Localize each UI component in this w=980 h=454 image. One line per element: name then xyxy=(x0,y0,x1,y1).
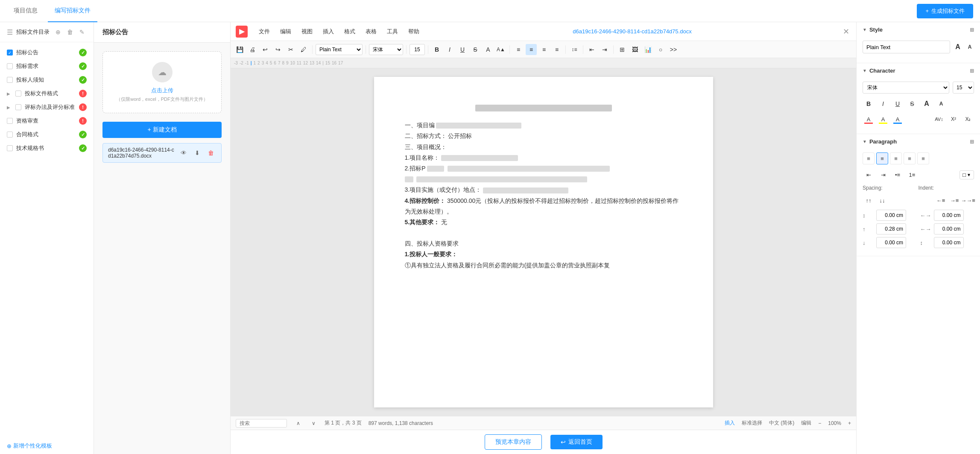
line-spacing-btn[interactable]: ↕≡ xyxy=(569,44,580,55)
editor-content-area[interactable]: 一、项目编 二、招标方式： 公开招标 三、项目概况： 1.项目名称： 2.招标P xyxy=(231,68,856,416)
indent-increase-rp-btn[interactable]: ⇥ xyxy=(877,169,889,181)
align-justify-btn[interactable]: ≡ xyxy=(551,44,562,55)
bold-btn[interactable]: B xyxy=(431,44,442,55)
align-center-rp-btn[interactable]: ≡ xyxy=(876,152,888,164)
spacing-increase-btn[interactable]: ↑↑ xyxy=(863,194,875,206)
align-right-btn[interactable]: ≡ xyxy=(538,44,550,55)
sidebar-item-qualification[interactable]: 资格审查 ! xyxy=(0,114,94,128)
checkbox-tech-spec[interactable] xyxy=(7,145,13,151)
menu-edit[interactable]: 编辑 xyxy=(276,26,295,37)
rp-character-header[interactable]: ▼ Character ⊞ xyxy=(857,63,980,78)
scissors-btn[interactable]: ✂ xyxy=(285,44,296,55)
table-btn[interactable]: ⊞ xyxy=(617,44,628,55)
list-bullet-rp-btn[interactable]: •≡ xyxy=(892,169,904,181)
image-btn[interactable]: 🖼 xyxy=(629,44,641,55)
indent-decrease-btn[interactable]: ⇤ xyxy=(586,44,597,55)
generate-btn[interactable]: + 生成招标文件 xyxy=(917,4,973,18)
paragraph-section-icon[interactable]: ⊞ xyxy=(970,139,974,145)
more-btn[interactable]: >> xyxy=(668,44,679,55)
align-justify2-rp-btn[interactable]: ≡ xyxy=(917,152,929,164)
style-size-decrease-btn[interactable]: A xyxy=(954,41,962,53)
checkbox-contract[interactable] xyxy=(7,132,13,138)
menu-view[interactable]: 视图 xyxy=(297,26,317,37)
strikethrough-btn[interactable]: S xyxy=(470,44,481,55)
sidebar-item-bidder-notice[interactable]: 投标人须知 ✓ xyxy=(0,73,94,87)
italic-btn[interactable]: I xyxy=(444,44,455,55)
character-section-icon[interactable]: ⊞ xyxy=(970,68,974,74)
style-dropdown[interactable]: Plain Text xyxy=(863,41,950,53)
highlight-btn[interactable]: A▲ xyxy=(495,44,506,55)
sidebar-item-contract[interactable]: 合同格式 ✓ xyxy=(0,128,94,141)
menu-file[interactable]: 文件 xyxy=(255,26,274,37)
expand-arrow-eval[interactable]: ▶ xyxy=(7,105,14,110)
expand-arrow-doc-format[interactable]: ▶ xyxy=(7,91,14,96)
indent-right-input[interactable] xyxy=(934,223,964,234)
selection-btn[interactable]: 标准选择 xyxy=(742,419,762,427)
sidebar-item-tech-spec[interactable]: 技术规格书 ✓ xyxy=(0,141,94,155)
style-section-icon[interactable]: ⊞ xyxy=(970,27,974,33)
checkbox-notice[interactable]: ✓ xyxy=(7,50,13,56)
shape-btn[interactable]: ○ xyxy=(655,44,666,55)
rp-font-select[interactable]: 宋体 xyxy=(863,82,949,94)
chart-btn[interactable]: 📊 xyxy=(642,44,653,55)
indent-left-btn[interactable]: ←≡ xyxy=(935,194,947,206)
editor-close-btn[interactable]: ✕ xyxy=(841,26,851,37)
style-size-increase-btn[interactable]: A xyxy=(965,41,974,53)
search-prev-btn[interactable]: ∧ xyxy=(294,419,302,428)
menu-tools[interactable]: 工具 xyxy=(383,26,402,37)
add-template-btn[interactable]: ⊕ 新增个性化模板 xyxy=(0,438,94,454)
upload-link[interactable]: 点击上传 xyxy=(151,87,173,94)
menu-table[interactable]: 表格 xyxy=(361,26,381,37)
rp-fontcolor-large-btn[interactable]: A xyxy=(921,98,933,110)
font-select[interactable]: 宋体 xyxy=(369,44,403,55)
checkbox-requirements[interactable] xyxy=(7,63,13,69)
rp-underline-btn[interactable]: U xyxy=(892,98,904,110)
checkbox-qualification[interactable] xyxy=(7,118,13,124)
checkbox-bidder-notice[interactable] xyxy=(7,77,13,83)
sidebar-item-notice[interactable]: ✓ 招标公告 ✓ xyxy=(0,46,94,59)
rp-font-size-select[interactable]: 15 xyxy=(953,82,974,94)
rp-style-header[interactable]: ▼ Style ⊞ xyxy=(857,22,980,37)
indent-right-btn[interactable]: →≡ xyxy=(948,194,960,206)
redo-btn[interactable]: ↪ xyxy=(272,44,284,55)
indent-left-input[interactable] xyxy=(934,210,964,221)
menu-insert[interactable]: 插入 xyxy=(319,26,338,37)
spacing-above-below-input[interactable] xyxy=(876,210,906,221)
indent-hanging-input[interactable] xyxy=(934,237,964,248)
sidebar-item-requirements[interactable]: 招标需求 ✓ xyxy=(0,59,94,73)
insert-btn[interactable]: 插入 xyxy=(725,419,735,427)
spacing-decrease-btn[interactable]: ↓↓ xyxy=(876,194,888,206)
font-size-input[interactable] xyxy=(410,44,425,55)
checkbox-doc-format[interactable] xyxy=(15,91,21,97)
rp-bg-color-btn[interactable]: A xyxy=(892,113,904,125)
rp-subscript-btn[interactable]: X₂ xyxy=(962,113,974,125)
menu-help[interactable]: 帮助 xyxy=(404,26,424,37)
font-color-btn[interactable]: A xyxy=(483,44,494,55)
align-center-btn[interactable]: ≡ xyxy=(526,44,537,55)
preview-btn[interactable]: 预览本章内容 xyxy=(485,434,542,450)
new-doc-btn[interactable]: + 新建文档 xyxy=(102,122,222,138)
style-select[interactable]: Plain Text xyxy=(316,44,363,55)
checkbox-eval[interactable] xyxy=(15,104,21,110)
rp-strikethrough-btn[interactable]: S xyxy=(906,98,918,110)
tab-write-bidding[interactable]: 编写招标文件 xyxy=(48,0,97,22)
rp-spacing-btn[interactable]: AV↕ xyxy=(933,113,945,125)
format-paint-btn[interactable]: 🖊 xyxy=(298,44,309,55)
sidebar-fold-icon[interactable]: ☰ xyxy=(7,28,13,36)
spacing-below-input[interactable] xyxy=(876,237,906,248)
menu-format[interactable]: 格式 xyxy=(340,26,360,37)
align-left-rp-btn[interactable]: ≡ xyxy=(863,152,875,164)
rp-paragraph-header[interactable]: ▼ Paragraph ⊞ xyxy=(857,134,980,149)
rp-italic-btn[interactable]: I xyxy=(877,98,889,110)
rp-highlight-btn[interactable]: A xyxy=(877,113,889,125)
underline-btn[interactable]: U xyxy=(457,44,468,55)
indent-decrease-rp-btn[interactable]: ⇤ xyxy=(863,169,875,181)
sidebar-item-eval-criteria[interactable]: ▶ 评标办法及评分标准 ! xyxy=(0,100,94,114)
zoom-out-icon[interactable]: − xyxy=(818,420,821,426)
upload-area[interactable]: ☁ 点击上传 （仅限word，excel，PDF文件与图片文件） xyxy=(102,51,222,113)
align-right-rp-btn[interactable]: ≡ xyxy=(890,152,902,164)
spacing-above-input[interactable] xyxy=(876,223,906,234)
rp-superscript-btn[interactable]: X² xyxy=(948,113,960,125)
editor-page[interactable]: 一、项目编 二、招标方式： 公开招标 三、项目概况： 1.项目名称： 2.招标P xyxy=(374,77,713,407)
save-btn[interactable]: 💾 xyxy=(234,44,245,55)
